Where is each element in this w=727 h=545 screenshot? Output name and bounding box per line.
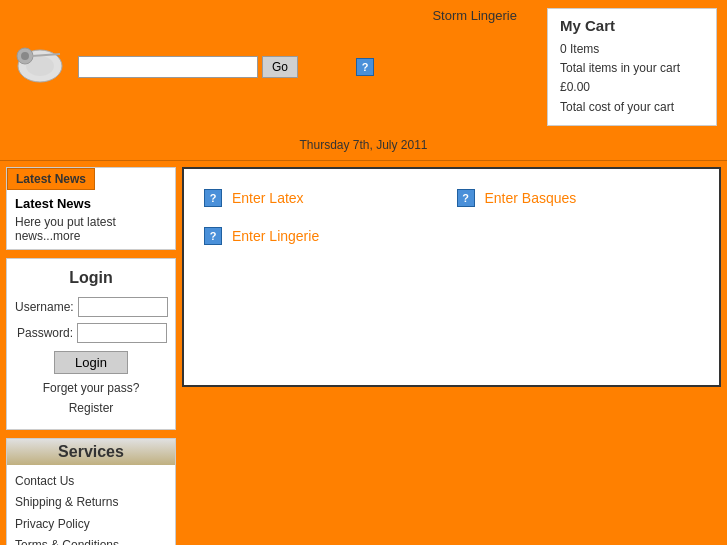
services-section: Services Contact Us Shipping & Returns P… bbox=[6, 438, 176, 545]
date-bar: Thursday 7th, July 2011 bbox=[0, 134, 727, 160]
latest-news-section: Latest News Latest News Here you put lat… bbox=[6, 167, 176, 250]
search-button[interactable]: Go bbox=[262, 56, 298, 78]
cart-title: My Cart bbox=[560, 17, 704, 34]
login-links: Forget your pass? Register bbox=[15, 378, 167, 419]
latest-news-tab: Latest News bbox=[7, 168, 95, 190]
password-input[interactable] bbox=[77, 323, 167, 343]
cart-total-cost-text: Total cost of your cart bbox=[560, 98, 704, 117]
terms-conditions-link[interactable]: Terms & Conditions bbox=[15, 535, 167, 545]
store-name: Storm Lingerie bbox=[432, 8, 517, 23]
username-row: Username: bbox=[15, 297, 167, 317]
shipping-returns-link[interactable]: Shipping & Returns bbox=[15, 492, 167, 514]
cart-price: £0.00 bbox=[560, 78, 704, 97]
content-area: ? Enter Latex ? Enter Basques ? Enter Li… bbox=[182, 167, 721, 387]
basques-question-icon: ? bbox=[457, 189, 475, 207]
question-icon: ? bbox=[356, 58, 374, 76]
category-lingerie[interactable]: ? Enter Lingerie bbox=[204, 227, 447, 245]
news-text: Here you put latest news...more bbox=[15, 215, 167, 243]
forgot-password-link[interactable]: Forget your pass? bbox=[15, 378, 167, 398]
header-right: Storm Lingerie My Cart 0 Items Total ite… bbox=[432, 8, 717, 126]
search-box: Go bbox=[78, 56, 298, 78]
login-section: Login Username: Password: Login Forget y… bbox=[6, 258, 176, 430]
latest-news-content: Latest News Here you put latest news...m… bbox=[7, 190, 175, 249]
main-layout: Latest News Latest News Here you put lat… bbox=[0, 161, 727, 545]
login-title: Login bbox=[15, 269, 167, 287]
login-button-row: Login bbox=[15, 351, 167, 374]
basques-label[interactable]: Enter Basques bbox=[485, 190, 577, 206]
category-basques[interactable]: ? Enter Basques bbox=[457, 189, 700, 207]
logo-icon bbox=[10, 44, 70, 89]
lingerie-label[interactable]: Enter Lingerie bbox=[232, 228, 319, 244]
lingerie-question-icon: ? bbox=[204, 227, 222, 245]
my-cart: My Cart 0 Items Total items in your cart… bbox=[547, 8, 717, 126]
register-link[interactable]: Register bbox=[15, 398, 167, 418]
news-title: Latest News bbox=[15, 196, 167, 211]
cart-items: 0 Items bbox=[560, 40, 704, 59]
username-label: Username: bbox=[15, 300, 74, 314]
header-left: Go bbox=[10, 44, 298, 89]
date-text: Thursday 7th, July 2011 bbox=[299, 138, 427, 152]
svg-point-3 bbox=[21, 52, 29, 60]
services-links: Contact Us Shipping & Returns Privacy Po… bbox=[7, 465, 175, 545]
latex-label[interactable]: Enter Latex bbox=[232, 190, 304, 206]
category-latex[interactable]: ? Enter Latex bbox=[204, 189, 447, 207]
header-center: ? bbox=[356, 58, 374, 76]
latex-question-icon: ? bbox=[204, 189, 222, 207]
privacy-policy-link[interactable]: Privacy Policy bbox=[15, 514, 167, 536]
header: Go ? Storm Lingerie My Cart 0 Items Tota… bbox=[0, 0, 727, 134]
username-input[interactable] bbox=[78, 297, 168, 317]
cart-total-items-text: Total items in your cart bbox=[560, 59, 704, 78]
services-title: Services bbox=[7, 439, 175, 465]
sidebar: Latest News Latest News Here you put lat… bbox=[6, 167, 176, 545]
login-button[interactable]: Login bbox=[54, 351, 128, 374]
contact-us-link[interactable]: Contact Us bbox=[15, 471, 167, 493]
password-row: Password: bbox=[15, 323, 167, 343]
password-label: Password: bbox=[15, 326, 73, 340]
search-input[interactable] bbox=[78, 56, 258, 78]
